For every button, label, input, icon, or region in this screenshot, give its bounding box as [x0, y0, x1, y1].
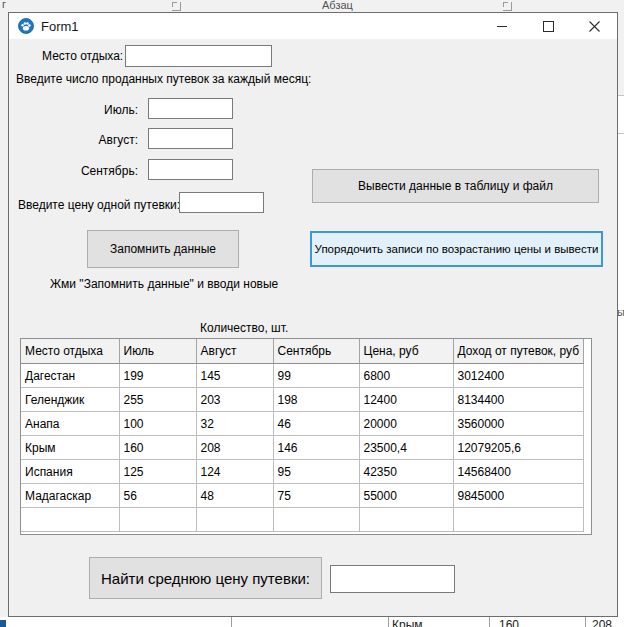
dialog-launcher-icon[interactable] [503, 2, 512, 11]
background-blue-fragment [0, 620, 6, 627]
paw-app-icon [18, 18, 34, 34]
grid-cell[interactable]: 75 [273, 484, 359, 508]
place-label: Место отдыха: [42, 49, 121, 63]
grid-row: Крым16020814623500,412079205,6 [21, 436, 583, 460]
grid-cell[interactable]: Анапа [21, 412, 119, 436]
background-table-line [489, 617, 490, 627]
data-grid-table: Место отдыхаИюльАвгустСентябрьЦена, рубД… [21, 339, 584, 532]
grid-body: Дагестан1991459968003012400Геленджик2552… [21, 364, 583, 532]
grid-row: Геленджик255203198124008134400 [21, 388, 583, 412]
sort-button[interactable]: Упорядочить записи по возрастанию цены и… [310, 231, 603, 267]
grid-header-cell[interactable]: Место отдыха [21, 339, 119, 364]
grid-row [21, 508, 583, 532]
background-table-line [585, 617, 586, 627]
background-right-gray [618, 12, 624, 95]
grid-cell[interactable] [453, 508, 583, 532]
grid-cell[interactable]: 48 [196, 484, 273, 508]
grid-cell[interactable] [119, 508, 196, 532]
grid-header-cell[interactable]: Июль [119, 339, 196, 364]
close-button[interactable] [571, 13, 617, 39]
grid-cell[interactable]: 145 [196, 364, 273, 388]
window-title: Form1 [41, 19, 479, 34]
july-label: Июль: [49, 103, 138, 117]
grid-cell[interactable]: 146 [273, 436, 359, 460]
grid-header-row: Место отдыхаИюльАвгустСентябрьЦена, рубД… [21, 339, 583, 364]
background-table-cell: 208 [592, 618, 612, 627]
screen: г Абзац ы Крым 160 208 Form1 [0, 0, 624, 627]
data-grid[interactable]: Место отдыхаИюльАвгустСентябрьЦена, рубД… [20, 338, 592, 535]
grid-cell[interactable]: 55000 [359, 484, 453, 508]
grid-header-cell[interactable]: Доход от путевок, руб [453, 339, 583, 364]
price-input[interactable] [179, 192, 264, 213]
grid-cell[interactable]: 42350 [359, 460, 453, 484]
background-table-line [231, 617, 232, 627]
grid-cell[interactable]: 255 [119, 388, 196, 412]
grid-cell[interactable]: Испания [21, 460, 119, 484]
grid-cell[interactable]: 99 [273, 364, 359, 388]
grid-cell[interactable]: 125 [119, 460, 196, 484]
grid-cell[interactable]: 198 [273, 388, 359, 412]
grid-cell[interactable]: 203 [196, 388, 273, 412]
form1-window: Form1 Место отдыха: Введите число продан… [8, 12, 618, 617]
hint-label: Жми "Запомнить данные" и вводи новые [50, 277, 278, 291]
grid-cell[interactable]: Дагестан [21, 364, 119, 388]
grid-cell[interactable] [273, 508, 359, 532]
minimize-icon [497, 26, 507, 27]
grid-cell[interactable]: 56 [119, 484, 196, 508]
grid-cell[interactable]: 20000 [359, 412, 453, 436]
grid-cell[interactable]: 124 [196, 460, 273, 484]
average-button[interactable]: Найти среднюю цену путевки: [89, 557, 322, 599]
grid-cell[interactable]: Крым [21, 436, 119, 460]
grid-cell[interactable]: 160 [119, 436, 196, 460]
september-input[interactable] [148, 159, 233, 180]
close-icon [589, 21, 600, 32]
background-table-cell: Крым [392, 618, 423, 627]
grid-cell[interactable]: 199 [119, 364, 196, 388]
minimize-button[interactable] [479, 13, 525, 39]
background-clipped-text: ы [617, 306, 624, 318]
grid-cell[interactable]: 100 [119, 412, 196, 436]
save-button[interactable]: Запомнить данные [87, 230, 239, 268]
average-input[interactable] [330, 565, 455, 593]
grid-row: Испания125124954235014568400 [21, 460, 583, 484]
grid-cell[interactable]: 23500,4 [359, 436, 453, 460]
intro-label: Введите число проданных путевок за кажды… [16, 72, 311, 86]
grid-cell[interactable]: 14568400 [453, 460, 583, 484]
grid-cell[interactable]: 8134400 [453, 388, 583, 412]
grid-cell[interactable]: Мадагаскар [21, 484, 119, 508]
background-table-cell: 160 [499, 618, 519, 627]
maximize-button[interactable] [525, 13, 571, 39]
background-table-line [618, 95, 624, 96]
grid-cell[interactable]: Геленджик [21, 388, 119, 412]
dialog-launcher-icon[interactable] [172, 2, 181, 11]
grid-cell[interactable]: 12400 [359, 388, 453, 412]
grid-cell[interactable]: 208 [196, 436, 273, 460]
grid-cell[interactable]: 95 [273, 460, 359, 484]
august-label: Август: [49, 133, 138, 147]
grid-cell[interactable]: 46 [273, 412, 359, 436]
background-clipped-text: г [2, 0, 6, 10]
grid-header-cell[interactable]: Сентябрь [273, 339, 359, 364]
maximize-icon [543, 21, 554, 32]
grid-cell[interactable] [196, 508, 273, 532]
grid-cell[interactable]: 12079205,6 [453, 436, 583, 460]
background-right-strip [618, 12, 624, 627]
background-document-table: Крым 160 208 [0, 617, 624, 627]
output-button[interactable]: Вывести данные в таблицу и файл [312, 169, 599, 203]
grid-cell[interactable]: 9845000 [453, 484, 583, 508]
grid-cell[interactable]: 6800 [359, 364, 453, 388]
grid-cell[interactable]: 3012400 [453, 364, 583, 388]
grid-cell[interactable]: 32 [196, 412, 273, 436]
grid-cell[interactable]: 3560000 [453, 412, 583, 436]
august-input[interactable] [148, 128, 233, 149]
grid-cell[interactable] [21, 508, 119, 532]
price-label: Введите цену одной путевки: [18, 198, 180, 212]
title-bar[interactable]: Form1 [9, 13, 617, 39]
july-input[interactable] [148, 98, 233, 119]
grid-cell[interactable] [359, 508, 453, 532]
grid-row: Мадагаскар564875550009845000 [21, 484, 583, 508]
grid-header-cell[interactable]: Август [196, 339, 273, 364]
place-input[interactable] [125, 45, 272, 67]
background-table-line [618, 133, 624, 134]
grid-header-cell[interactable]: Цена, руб [359, 339, 453, 364]
